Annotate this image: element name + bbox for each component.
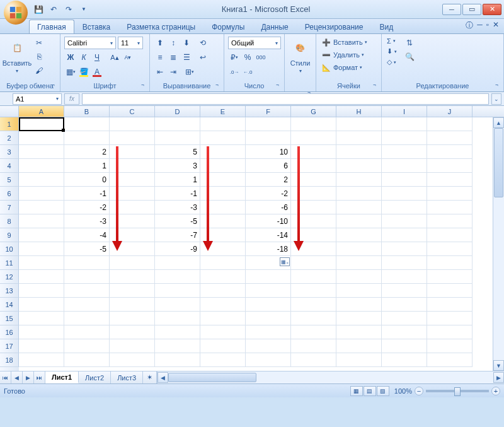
row-header-9[interactable]: 9 bbox=[0, 228, 19, 242]
cell-D14[interactable] bbox=[155, 298, 200, 312]
cell-D7[interactable]: -3 bbox=[155, 201, 200, 214]
cell-E11[interactable] bbox=[200, 256, 246, 270]
cell-B3[interactable]: 2 bbox=[64, 145, 110, 159]
row-header-3[interactable]: 3 bbox=[0, 145, 19, 159]
cell-C5[interactable] bbox=[110, 173, 155, 187]
cell-D1[interactable] bbox=[155, 117, 200, 131]
sheet-tab-2[interactable]: Лист2 bbox=[79, 371, 111, 383]
cell-E6[interactable] bbox=[200, 187, 246, 201]
tab-view[interactable]: Вид bbox=[371, 20, 401, 33]
cell-G18[interactable] bbox=[291, 353, 336, 367]
cell-G15[interactable] bbox=[291, 312, 336, 325]
cell-C8[interactable] bbox=[110, 214, 155, 228]
cell-J5[interactable] bbox=[427, 173, 472, 187]
sort-filter-icon[interactable]: ⇅ bbox=[403, 37, 416, 49]
cell-F1[interactable] bbox=[246, 117, 291, 131]
cell-D10[interactable]: -9 bbox=[155, 242, 200, 256]
fx-button[interactable]: fx bbox=[64, 93, 79, 105]
fill-button[interactable]: ⬇▾ bbox=[386, 47, 398, 56]
cell-J15[interactable] bbox=[427, 312, 472, 325]
hscroll-thumb[interactable] bbox=[168, 373, 256, 382]
cell-A18[interactable] bbox=[19, 353, 64, 367]
cell-H14[interactable] bbox=[336, 298, 382, 312]
cell-I10[interactable] bbox=[382, 242, 427, 256]
cell-F14[interactable] bbox=[246, 298, 291, 312]
cell-C16[interactable] bbox=[110, 325, 155, 339]
col-header-J[interactable]: J bbox=[427, 106, 472, 117]
cell-F12[interactable] bbox=[246, 270, 291, 284]
cell-H4[interactable] bbox=[336, 159, 382, 173]
underline-button[interactable]: Ч bbox=[91, 51, 103, 64]
font-name-combo[interactable]: Calibri▾ bbox=[64, 37, 116, 49]
cell-G11[interactable] bbox=[291, 256, 336, 270]
cell-J6[interactable] bbox=[427, 187, 472, 201]
office-button[interactable] bbox=[4, 1, 28, 25]
cell-J4[interactable] bbox=[427, 159, 472, 173]
cell-C11[interactable] bbox=[110, 256, 155, 270]
col-header-C[interactable]: C bbox=[110, 106, 155, 117]
scroll-left-button[interactable]: ◀ bbox=[158, 372, 168, 383]
cell-B8[interactable]: -3 bbox=[64, 214, 110, 228]
align-left-icon[interactable]: ≡ bbox=[154, 51, 166, 64]
cell-D17[interactable] bbox=[155, 339, 200, 353]
cell-B5[interactable]: 0 bbox=[64, 173, 110, 187]
bold-button[interactable]: Ж bbox=[64, 51, 77, 64]
row-header-6[interactable]: 6 bbox=[0, 187, 19, 201]
row-header-18[interactable]: 18 bbox=[0, 353, 19, 367]
cell-C15[interactable] bbox=[110, 312, 155, 325]
cell-D9[interactable]: -7 bbox=[155, 228, 200, 242]
cell-G5[interactable] bbox=[291, 173, 336, 187]
cell-B7[interactable]: -2 bbox=[64, 201, 110, 214]
cell-G17[interactable] bbox=[291, 339, 336, 353]
cell-C7[interactable] bbox=[110, 201, 155, 214]
italic-button[interactable]: К bbox=[77, 51, 90, 64]
cell-A6[interactable] bbox=[19, 187, 64, 201]
zoom-out-button[interactable]: − bbox=[415, 387, 423, 395]
decrease-indent-icon[interactable]: ⇤ bbox=[154, 66, 166, 78]
align-middle-icon[interactable]: ↕ bbox=[167, 37, 180, 49]
cell-D13[interactable] bbox=[155, 284, 200, 298]
col-header-D[interactable]: D bbox=[155, 106, 200, 117]
row-header-5[interactable]: 5 bbox=[0, 173, 19, 187]
row-header-7[interactable]: 7 bbox=[0, 201, 19, 214]
cell-J9[interactable] bbox=[427, 228, 472, 242]
cell-B1[interactable] bbox=[64, 117, 110, 131]
sheet-nav-first[interactable]: ⏮ bbox=[0, 371, 11, 383]
cell-F9[interactable]: -14 bbox=[246, 228, 291, 242]
cell-A11[interactable] bbox=[19, 256, 64, 270]
cell-E12[interactable] bbox=[200, 270, 246, 284]
name-box[interactable]: A1▾ bbox=[13, 93, 62, 105]
cell-H6[interactable] bbox=[336, 187, 382, 201]
sheet-nav-next[interactable]: ▶ bbox=[23, 371, 34, 383]
percent-icon[interactable]: % bbox=[241, 51, 254, 64]
cell-D5[interactable]: 1 bbox=[155, 173, 200, 187]
currency-icon[interactable]: ₽▾ bbox=[228, 51, 241, 64]
cell-H13[interactable] bbox=[336, 284, 382, 298]
cell-H7[interactable] bbox=[336, 201, 382, 214]
cell-E1[interactable] bbox=[200, 117, 246, 131]
cell-H12[interactable] bbox=[336, 270, 382, 284]
cell-D3[interactable]: 5 bbox=[155, 145, 200, 159]
cell-B9[interactable]: -4 bbox=[64, 228, 110, 242]
cell-A1[interactable] bbox=[19, 117, 64, 131]
cell-I8[interactable] bbox=[382, 214, 427, 228]
cell-I18[interactable] bbox=[382, 353, 427, 367]
cell-A8[interactable] bbox=[19, 214, 64, 228]
wrap-text-icon[interactable]: ↩ bbox=[197, 51, 209, 64]
zoom-in-button[interactable]: + bbox=[491, 387, 500, 395]
cell-D8[interactable]: -5 bbox=[155, 214, 200, 228]
cell-C2[interactable] bbox=[110, 131, 155, 145]
cell-C17[interactable] bbox=[110, 339, 155, 353]
zoom-level[interactable]: 100% bbox=[394, 387, 412, 395]
fill-color-icon[interactable]: 🪣 bbox=[77, 66, 90, 78]
decrease-decimal-icon[interactable]: ←.0 bbox=[241, 66, 254, 78]
font-size-combo[interactable]: 11▾ bbox=[118, 37, 143, 49]
cell-A7[interactable] bbox=[19, 201, 64, 214]
cell-A2[interactable] bbox=[19, 131, 64, 145]
cell-D18[interactable] bbox=[155, 353, 200, 367]
doc-close-icon[interactable]: ✕ bbox=[493, 20, 499, 31]
col-header-A[interactable]: A bbox=[19, 106, 64, 117]
cell-B4[interactable]: 1 bbox=[64, 159, 110, 173]
cell-F17[interactable] bbox=[246, 339, 291, 353]
cell-B10[interactable]: -5 bbox=[64, 242, 110, 256]
